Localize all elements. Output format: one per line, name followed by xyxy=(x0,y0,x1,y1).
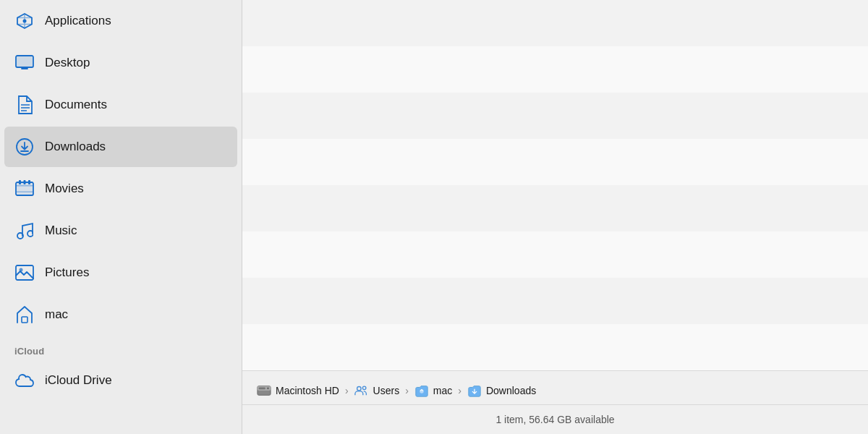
svg-rect-11 xyxy=(16,192,33,193)
breadcrumb-item-mac-user[interactable]: mac xyxy=(414,383,452,398)
documents-icon xyxy=(14,95,35,115)
sidebar-item-mac[interactable]: mac xyxy=(4,294,237,335)
content-row-6 xyxy=(242,231,868,278)
sidebar-item-downloads[interactable]: Downloads xyxy=(4,127,237,167)
breadcrumb-label-users: Users xyxy=(373,385,400,396)
sidebar-item-label-mac: mac xyxy=(45,307,68,322)
sidebar: Applications Desktop Documents xyxy=(0,0,242,434)
sidebar-item-label-icloud-drive: iCloud Drive xyxy=(45,373,112,388)
breadcrumb-label-mac: mac xyxy=(433,385,452,396)
sidebar-item-label-documents: Documents xyxy=(45,98,107,112)
content-row-2 xyxy=(242,46,868,93)
folder-downloads-icon xyxy=(467,383,482,398)
pictures-icon xyxy=(14,263,35,283)
sidebar-item-label-pictures: Pictures xyxy=(45,265,89,280)
svg-rect-23 xyxy=(259,387,265,389)
sidebar-item-label-music: Music xyxy=(45,224,77,238)
downloads-icon xyxy=(14,137,35,157)
content-row-5 xyxy=(242,185,868,231)
bottom-bar: Macintosh HD › Users › xyxy=(242,370,868,434)
home-icon xyxy=(14,305,35,325)
sidebar-item-label-movies: Movies xyxy=(45,182,84,196)
movies-icon xyxy=(14,179,35,199)
svg-point-22 xyxy=(267,387,269,389)
breadcrumb-sep-1: › xyxy=(345,385,349,396)
svg-rect-12 xyxy=(19,180,21,184)
breadcrumb-item-downloads[interactable]: Downloads xyxy=(467,383,536,398)
svg-point-24 xyxy=(357,386,360,390)
hd-icon xyxy=(257,383,271,398)
svg-rect-13 xyxy=(28,180,30,184)
sidebar-item-documents[interactable]: Documents xyxy=(4,85,237,125)
sidebar-item-label-desktop: Desktop xyxy=(45,56,90,70)
sidebar-item-movies[interactable]: Movies xyxy=(4,169,237,209)
breadcrumb: Macintosh HD › Users › xyxy=(242,371,550,404)
sidebar-item-pictures[interactable]: Pictures xyxy=(4,252,237,293)
icloud-icon xyxy=(14,370,35,391)
sidebar-item-desktop[interactable]: Desktop xyxy=(4,43,237,83)
desktop-icon xyxy=(14,53,35,73)
icloud-section-header: iCloud xyxy=(0,336,242,359)
folder-mac-icon xyxy=(414,383,429,398)
status-bar: 1 item, 56.64 GB available xyxy=(242,404,868,434)
content-row-4 xyxy=(242,139,868,185)
breadcrumb-sep-2: › xyxy=(405,385,409,396)
music-icon xyxy=(14,221,35,241)
breadcrumb-item-users[interactable]: Users xyxy=(354,383,400,398)
content-area xyxy=(242,0,868,370)
sidebar-item-applications[interactable]: Applications xyxy=(4,1,237,41)
svg-rect-2 xyxy=(16,56,33,67)
apps-icon xyxy=(14,11,35,31)
main-content: Macintosh HD › Users › xyxy=(242,0,868,434)
sidebar-item-label-applications: Applications xyxy=(45,14,111,28)
breadcrumb-label-hd: Macintosh HD xyxy=(276,385,339,396)
svg-point-25 xyxy=(362,386,366,390)
breadcrumb-label-downloads: Downloads xyxy=(486,385,536,396)
breadcrumb-item-hd[interactable]: Macintosh HD xyxy=(257,383,339,398)
svg-rect-14 xyxy=(24,180,26,184)
folder-users-icon xyxy=(354,383,369,398)
content-row-7 xyxy=(242,278,868,324)
svg-point-0 xyxy=(23,20,27,23)
content-row-3 xyxy=(242,93,868,139)
content-row-8 xyxy=(242,324,868,370)
breadcrumb-sep-3: › xyxy=(458,385,461,396)
svg-rect-19 xyxy=(22,317,27,323)
sidebar-item-music[interactable]: Music xyxy=(4,210,237,251)
content-row-1 xyxy=(242,0,868,46)
svg-rect-10 xyxy=(16,185,33,187)
status-text: 1 item, 56.64 GB available xyxy=(495,414,614,425)
sidebar-item-label-downloads: Downloads xyxy=(45,140,106,154)
sidebar-item-icloud-drive[interactable]: iCloud Drive xyxy=(4,360,237,401)
